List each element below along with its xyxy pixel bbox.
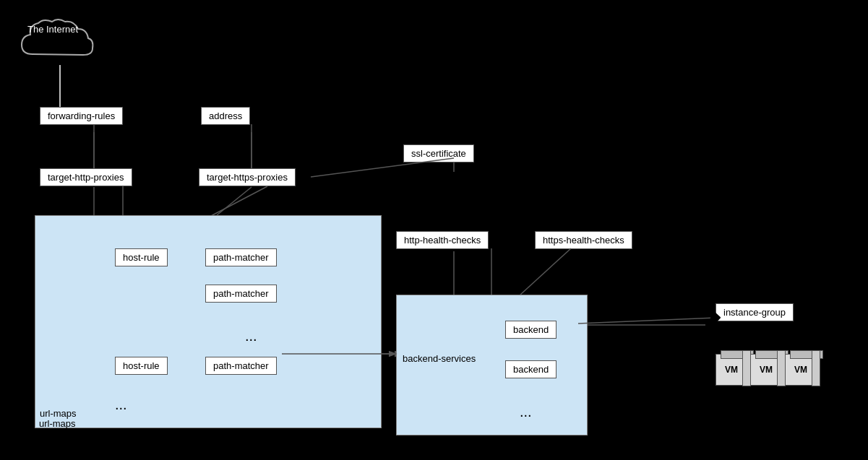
forwarding-rules-box: forwarding-rules (40, 107, 123, 125)
url-maps-text: url-maps (40, 408, 77, 419)
https-health-checks-label: https-health-checks (543, 235, 624, 246)
cloud-icon: The Internet (14, 14, 101, 65)
host-rule-2-label: host-rule (123, 360, 160, 371)
address-box: address (201, 107, 250, 125)
backend-2-label: backend (513, 364, 549, 375)
diagram: The Internet forwarding-rules address ss… (0, 0, 868, 460)
ellipsis-2: ... (115, 396, 127, 413)
path-matcher-1-box: path-matcher (205, 248, 277, 266)
ellipsis-3: ... (520, 404, 532, 420)
instance-group-box: instance-group (716, 303, 794, 321)
target-https-proxies-box: target-https-proxies (199, 168, 296, 186)
vm-2: VM (750, 354, 782, 386)
backend-services-container: backend-services backend backend ... (396, 295, 588, 435)
forwarding-rules-label: forwarding-rules (48, 110, 115, 121)
vm-3-label: VM (794, 365, 807, 375)
vm-3: VM (785, 354, 817, 386)
target-http-proxies-box: target-http-proxies (40, 168, 132, 186)
svg-line-19 (520, 248, 571, 295)
svg-line-16 (217, 187, 252, 215)
vm-group: VM VM VM (716, 354, 817, 386)
host-rule-1-label: host-rule (123, 252, 160, 263)
url-maps-container: url-maps host-rule path-matcher path-mat… (35, 215, 382, 428)
backend-2-box: backend (505, 360, 557, 378)
host-rule-2-box: host-rule (115, 357, 168, 375)
ssl-certificate-box: ssl-certificate (403, 144, 474, 162)
path-matcher-2-box: path-matcher (205, 285, 277, 303)
path-matcher-3-box: path-matcher (205, 357, 277, 375)
ellipsis-1: ... (245, 328, 257, 344)
target-http-proxies-label: target-http-proxies (48, 172, 124, 183)
backend-services-label: backend-services (403, 353, 476, 364)
instance-group-label: instance-group (723, 307, 786, 318)
host-rule-1-box: host-rule (115, 248, 168, 266)
address-label: address (209, 110, 242, 121)
target-https-proxies-label: target-https-proxies (207, 172, 288, 183)
svg-line-12 (578, 318, 716, 324)
backend-1-label: backend (513, 324, 549, 335)
path-matcher-3-label: path-matcher (213, 360, 269, 371)
https-health-checks-box: https-health-checks (535, 231, 632, 249)
cloud-label: The Internet (27, 23, 78, 36)
vm-1: VM (716, 354, 747, 386)
ssl-certificate-label: ssl-certificate (411, 148, 466, 159)
http-health-checks-label: http-health-checks (404, 235, 481, 246)
path-matcher-1-label: path-matcher (213, 252, 269, 263)
path-matcher-2-label: path-matcher (213, 288, 269, 299)
backend-1-box: backend (505, 321, 557, 339)
http-health-checks-box: http-health-checks (396, 231, 489, 249)
vm-2-label: VM (760, 365, 773, 375)
url-maps-label: url-maps (39, 418, 76, 429)
svg-line-5 (210, 186, 267, 217)
vm-1-label: VM (725, 365, 738, 375)
